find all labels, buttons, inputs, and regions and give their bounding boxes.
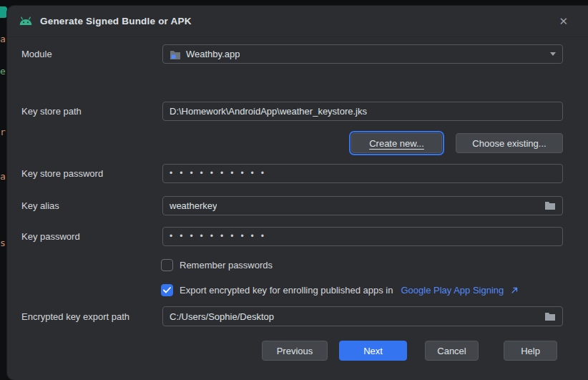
code-fragment: a <box>0 172 6 182</box>
remember-passwords-row: Remember passwords <box>161 258 273 271</box>
generate-signed-bundle-dialog: Generate Signed Bundle or APK ✕ Module W… <box>7 6 588 380</box>
choose-existing-label: Choose existing... <box>472 138 546 149</box>
code-fragment: r <box>0 127 6 137</box>
code-fragment: e <box>0 67 6 77</box>
encrypted-key-export-path-row: Encrypted key export path C:/Users/Sophi… <box>21 306 563 326</box>
module-dropdown[interactable]: Weathby.app <box>162 44 563 64</box>
key-password-input[interactable]: •••••••••• <box>162 227 563 246</box>
remember-passwords-checkbox[interactable] <box>161 259 173 271</box>
code-fragment: a <box>0 34 6 44</box>
next-button[interactable]: Next <box>339 341 407 361</box>
key-alias-label: Key alias <box>21 200 162 211</box>
encrypted-key-export-path-input[interactable]: C:/Users/Sophie/Desktop <box>162 306 563 326</box>
remember-passwords-label: Remember passwords <box>180 260 273 271</box>
help-label: Help <box>521 346 540 356</box>
code-fragment: s <box>0 238 6 248</box>
cancel-button[interactable]: Cancel <box>425 341 479 361</box>
export-encrypted-key-row: Export encrypted key for enrolling publi… <box>161 283 518 296</box>
key-store-password-input[interactable]: •••••••••• <box>162 164 563 183</box>
key-store-password-masked: •••••••••• <box>170 164 271 183</box>
module-row: Module Weathby.app <box>21 44 563 64</box>
key-store-path-label: Key store path <box>21 106 162 117</box>
external-link-icon <box>511 287 518 293</box>
export-encrypted-key-checkbox[interactable] <box>161 284 173 296</box>
module-folder-icon <box>170 49 181 59</box>
key-password-row: Key password •••••••••• <box>21 227 563 246</box>
key-password-masked: •••••••••• <box>170 227 271 246</box>
cancel-label: Cancel <box>437 346 466 356</box>
encrypted-key-export-path-label: Encrypted key export path <box>21 311 162 322</box>
dialog-title: Generate Signed Bundle or APK <box>40 16 192 26</box>
chevron-down-icon <box>550 52 556 56</box>
previous-label: Previous <box>277 346 313 356</box>
key-store-password-label: Key store password <box>21 168 162 179</box>
close-icon[interactable]: ✕ <box>559 14 568 29</box>
next-label: Next <box>363 346 383 356</box>
choose-existing-button[interactable]: Choose existing... <box>456 133 563 153</box>
folder-browse-icon[interactable] <box>544 201 556 210</box>
create-new-label: Create new... <box>369 138 424 149</box>
export-encrypted-key-label: Export encrypted key for enrolling publi… <box>180 285 393 296</box>
background-gutter-icon <box>0 6 7 18</box>
module-label: Module <box>21 49 162 59</box>
previous-button[interactable]: Previous <box>262 341 328 361</box>
key-password-label: Key password <box>21 231 162 242</box>
encrypted-key-export-path-value: C:/Users/Sophie/Desktop <box>170 311 274 322</box>
android-icon <box>19 16 33 26</box>
key-alias-row: Key alias weatherkey <box>21 196 563 215</box>
module-value: Weathby.app <box>186 49 240 59</box>
help-button[interactable]: Help <box>504 341 557 361</box>
create-new-button[interactable]: Create new... <box>351 133 442 153</box>
key-store-path-input[interactable]: D:\Homework\AndroidApp\weather_keystore.… <box>162 102 563 121</box>
key-alias-value: weatherkey <box>170 200 217 211</box>
key-store-password-row: Key store password •••••••••• <box>21 164 563 183</box>
key-alias-input[interactable]: weatherkey <box>162 196 563 215</box>
key-store-path-value: D:\Homework\AndroidApp\weather_keystore.… <box>170 106 367 117</box>
folder-browse-icon[interactable] <box>544 312 556 321</box>
dialog-titlebar: Generate Signed Bundle or APK ✕ <box>7 6 588 37</box>
key-store-path-row: Key store path D:\Homework\AndroidApp\we… <box>21 102 563 121</box>
google-play-app-signing-link[interactable]: Google Play App Signing <box>401 285 504 296</box>
